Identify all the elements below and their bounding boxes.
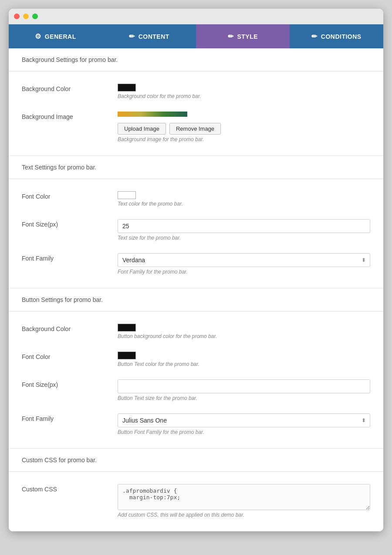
- font-size-input[interactable]: [118, 219, 370, 233]
- background-section-body: Background Color Background color for th…: [9, 71, 383, 156]
- close-button[interactable]: [14, 14, 20, 19]
- font-color-swatch[interactable]: [118, 191, 136, 199]
- gear-icon: ⚙: [35, 32, 41, 41]
- btn-font-color-row: Font Color Button Text color for the pro…: [22, 344, 370, 372]
- text-section-body: Font Color Text color for the promo bar.…: [9, 179, 383, 288]
- font-color-hint: Text color for the promo bar.: [118, 201, 370, 207]
- content-area: Background Settings for promo bar. Backg…: [9, 48, 383, 531]
- tab-bar: ⚙ GENERAL ✏ CONTENT ✏ STYLE ✏ CONDITIONS: [9, 24, 383, 48]
- tab-style[interactable]: ✏ STYLE: [196, 24, 290, 48]
- bg-image-row: Background Image Upload Image Remove Ima…: [22, 104, 370, 147]
- btn-font-size-input[interactable]: [118, 379, 370, 393]
- btn-font-size-hint: Button Text size for the promo bar.: [118, 395, 370, 401]
- custom-css-section-header: Custom CSS for promo bar.: [9, 449, 383, 472]
- bg-color-hint: Background color for the promo bar.: [118, 93, 370, 99]
- font-family-control: Verdana Arial Times New Roman Georgia Co…: [118, 253, 370, 275]
- btn-font-family-select[interactable]: Julius Sans One Verdana Arial Times New …: [118, 413, 370, 427]
- background-section-header: Background Settings for promo bar.: [9, 48, 383, 71]
- tab-conditions[interactable]: ✏ CONDITIONS: [290, 24, 383, 48]
- font-family-select-wrapper: Verdana Arial Times New Roman Georgia Co…: [118, 253, 370, 267]
- button-section-header: Button Settings for promo bar.: [9, 288, 383, 311]
- custom-css-control: .afpromobardiv { margin-top:7px; Add cus…: [118, 484, 370, 518]
- custom-css-section-body: Custom CSS .afpromobardiv { margin-top:7…: [9, 472, 383, 531]
- titlebar: [9, 9, 383, 24]
- font-family-label: Font Family: [22, 253, 109, 262]
- font-color-label: Font Color: [22, 191, 109, 200]
- pencil-icon-conditions: ✏: [311, 32, 318, 41]
- btn-font-family-row: Font Family Julius Sans One Verdana Aria…: [22, 406, 370, 440]
- gradient-preview: [118, 112, 187, 117]
- btn-bg-color-control: Button background color for the promo ba…: [118, 324, 370, 339]
- btn-font-color-label: Font Color: [22, 352, 109, 360]
- btn-font-family-select-wrapper: Julius Sans One Verdana Arial Times New …: [118, 413, 370, 427]
- tab-content[interactable]: ✏ CONTENT: [102, 24, 196, 48]
- btn-font-size-control: Button Text size for the promo bar.: [118, 379, 370, 401]
- btn-font-family-control: Julius Sans One Verdana Arial Times New …: [118, 413, 370, 435]
- btn-font-size-row: Font Size(px) Button Text size for the p…: [22, 372, 370, 406]
- btn-bg-color-hint: Button background color for the promo ba…: [118, 333, 370, 339]
- btn-font-size-label: Font Size(px): [22, 379, 109, 388]
- tab-general[interactable]: ⚙ GENERAL: [9, 24, 102, 48]
- custom-css-hint: Add custom CSS, this will be applied on …: [118, 512, 370, 518]
- btn-font-family-hint: Button Font Family for the promo bar.: [118, 429, 370, 435]
- font-size-hint: Text size for the promo bar.: [118, 235, 370, 241]
- font-color-control: Text color for the promo bar.: [118, 191, 370, 207]
- font-family-hint: Font Family for the promo bar.: [118, 269, 370, 275]
- font-color-row: Font Color Text color for the promo bar.: [22, 183, 370, 211]
- font-family-select[interactable]: Verdana Arial Times New Roman Georgia Co…: [118, 253, 370, 267]
- button-section-body: Background Color Button background color…: [9, 311, 383, 449]
- btn-bg-color-label: Background Color: [22, 324, 109, 332]
- custom-css-label: Custom CSS: [22, 484, 109, 493]
- bg-color-label: Background Color: [22, 84, 109, 92]
- tab-content-label: CONTENT: [139, 33, 169, 40]
- font-size-label: Font Size(px): [22, 219, 109, 228]
- main-window: ⚙ GENERAL ✏ CONTENT ✏ STYLE ✏ CONDITIONS…: [9, 9, 383, 531]
- btn-font-family-label: Font Family: [22, 413, 109, 422]
- font-size-row: Font Size(px) Text size for the promo ba…: [22, 211, 370, 245]
- btn-bg-color-row: Background Color Button background color…: [22, 316, 370, 344]
- bg-image-hint: Background image for the promo bar.: [118, 136, 370, 142]
- bg-color-control: Background color for the promo bar.: [118, 84, 370, 99]
- font-size-control: Text size for the promo bar.: [118, 219, 370, 241]
- bg-image-label: Background Image: [22, 112, 109, 120]
- pencil-icon-style: ✏: [228, 32, 234, 41]
- btn-font-color-swatch[interactable]: [118, 352, 136, 359]
- remove-image-button[interactable]: Remove Image: [169, 123, 221, 135]
- pencil-icon-content: ✏: [129, 32, 135, 41]
- btn-font-color-control: Button Text color for the promo bar.: [118, 352, 370, 367]
- maximize-button[interactable]: [32, 14, 38, 19]
- upload-image-button[interactable]: Upload Image: [118, 123, 166, 135]
- bg-color-swatch[interactable]: [118, 84, 136, 91]
- custom-css-row: Custom CSS .afpromobardiv { margin-top:7…: [22, 476, 370, 522]
- tab-conditions-label: CONDITIONS: [321, 33, 362, 40]
- custom-css-textarea[interactable]: .afpromobardiv { margin-top:7px;: [118, 484, 370, 510]
- tab-general-label: GENERAL: [45, 33, 76, 40]
- font-family-row: Font Family Verdana Arial Times New Roma…: [22, 245, 370, 279]
- btn-bg-color-swatch[interactable]: [118, 324, 136, 332]
- bg-color-row: Background Color Background color for th…: [22, 76, 370, 104]
- tab-style-label: STYLE: [237, 33, 258, 40]
- bg-image-control: Upload Image Remove Image Background ima…: [118, 112, 370, 142]
- minimize-button[interactable]: [23, 14, 29, 19]
- text-section-header: Text Settings for promo bar.: [9, 156, 383, 179]
- btn-font-color-hint: Button Text color for the promo bar.: [118, 361, 370, 367]
- image-buttons: Upload Image Remove Image: [118, 123, 370, 135]
